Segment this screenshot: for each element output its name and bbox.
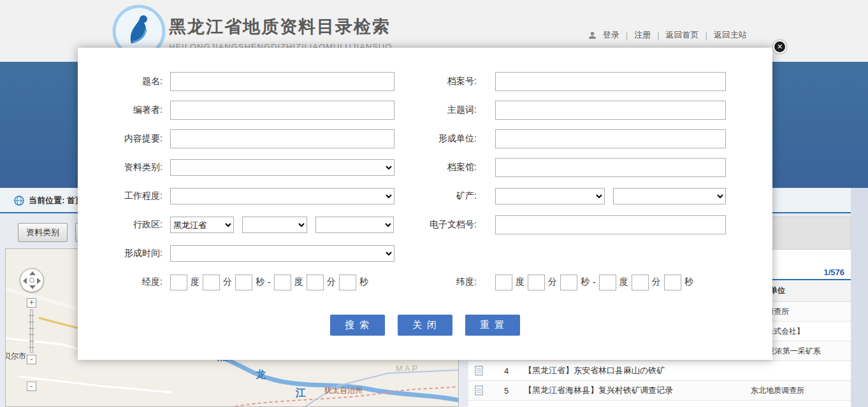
sec-unit: 秒: [256, 276, 264, 288]
back-main-link[interactable]: 返回主站: [714, 29, 747, 41]
row-number: 4: [489, 366, 524, 376]
sec-unit: 秒: [359, 276, 368, 288]
lat-deg-to-input[interactable]: [599, 275, 616, 290]
forming-unit-input[interactable]: [495, 129, 726, 148]
mineral-select-2[interactable]: [613, 188, 726, 204]
summary-label: 内容提要:: [78, 133, 170, 145]
author-label: 编著者:: [78, 104, 170, 116]
lat-min-from-input[interactable]: [528, 275, 545, 290]
title-label: 题名:: [78, 76, 170, 87]
archive-label: 档案馆:: [394, 162, 495, 173]
advanced-search-dialog: 题名: 档案号: 编著者: 主题词: 内容提要: 形成单位: 资料类别: 档案馆…: [78, 48, 772, 360]
back-home-link[interactable]: 返回首页: [666, 29, 699, 41]
longitude-label: 经度:: [78, 276, 170, 288]
lat-sec-from-input[interactable]: [560, 275, 577, 290]
reset-button[interactable]: 重 置: [465, 315, 520, 336]
lat-min-to-input[interactable]: [632, 275, 649, 290]
breadcrumb-label: 当前位置: 首页: [29, 195, 83, 206]
lon-min-to-input[interactable]: [307, 275, 324, 290]
row-title: 【黑龙江省海林县】复兴村铁矿调查记录: [524, 385, 704, 396]
lon-min-from-input[interactable]: [203, 275, 220, 290]
category-select[interactable]: [170, 159, 394, 176]
category-label: 资料类别:: [78, 162, 170, 173]
forming-unit-label: 形成单位:: [394, 133, 495, 145]
city-select[interactable]: [242, 217, 307, 233]
latitude-label: 纬度:: [394, 276, 495, 288]
pan-right-icon[interactable]: [37, 278, 41, 284]
work-degree-select[interactable]: [170, 188, 394, 204]
right-margin-strip: [851, 188, 868, 407]
table-row[interactable]: 5 【黑龙江省海林县】复兴村铁矿调查记录 东北地质调查所: [468, 381, 851, 401]
latitude-inputs: 度 分 秒 - 度 分 秒: [495, 275, 726, 290]
map-watermark: MAP: [396, 364, 419, 373]
lon-deg-from-input[interactable]: [170, 275, 187, 290]
tab-data-category[interactable]: 资料类别: [18, 223, 68, 242]
pan-left-icon[interactable]: [23, 278, 27, 284]
subject-label: 主题词:: [394, 104, 495, 116]
sec-unit: 秒: [684, 276, 693, 288]
deg-unit: 度: [191, 276, 199, 288]
deg-unit: 度: [619, 276, 628, 288]
close-button[interactable]: 关 闭: [398, 315, 452, 336]
zoom-out-button-2[interactable]: -: [27, 382, 36, 391]
subject-input[interactable]: [495, 101, 726, 120]
row-unit: 东北地质调查所: [704, 385, 851, 396]
mineral-select-1[interactable]: [495, 188, 605, 204]
title-input[interactable]: [170, 72, 394, 91]
form-time-select[interactable]: [170, 245, 394, 262]
archive-input[interactable]: [495, 158, 726, 177]
author-input[interactable]: [170, 101, 394, 120]
province-select[interactable]: 黑龙江省: [170, 217, 234, 233]
min-unit: 分: [223, 276, 232, 288]
deg-unit: 度: [294, 276, 303, 288]
min-unit: 分: [327, 276, 336, 288]
min-unit: 分: [548, 276, 557, 288]
lon-deg-to-input[interactable]: [274, 275, 291, 290]
edoc-no-input[interactable]: [495, 215, 726, 234]
nav-divider: |: [705, 31, 707, 40]
document-icon: [475, 385, 483, 396]
dialog-actions: 搜 索 关 闭 重 置: [78, 315, 772, 336]
search-form: 题名: 档案号: 编著者: 主题词: 内容提要: 形成单位: 资料类别: 档案馆…: [78, 48, 772, 292]
lon-sec-from-input[interactable]: [235, 275, 252, 290]
zoom-slider[interactable]: [30, 310, 33, 353]
edoc-no-label: 电子文档号:: [394, 219, 495, 231]
breadcrumb: 当前位置: 首页: [14, 195, 83, 206]
register-link[interactable]: 注册: [634, 29, 651, 41]
mineral-label: 矿产:: [394, 190, 495, 202]
pan-down-icon[interactable]: [29, 285, 36, 289]
map-city-label: 贝尔市: [5, 351, 26, 362]
pan-up-icon[interactable]: [29, 271, 36, 275]
work-degree-label: 工作程度:: [78, 190, 170, 202]
document-icon: [475, 366, 483, 376]
globe-icon: [14, 196, 24, 206]
zoom-in-button[interactable]: +: [27, 298, 36, 308]
nav-divider: |: [626, 31, 628, 40]
deg-unit: 度: [516, 276, 524, 288]
close-icon[interactable]: ✕: [773, 40, 786, 54]
summary-input[interactable]: [170, 129, 394, 148]
longitude-inputs: 度 分 秒 - 度 分 秒: [170, 275, 394, 290]
nav-divider: |: [657, 31, 659, 40]
header-nav: 登录 | 注册 | 返回首页 | 返回主站: [588, 29, 747, 41]
county-select[interactable]: [315, 217, 394, 233]
form-time-label: 形成时间:: [78, 248, 170, 259]
map-region-label: 犹太自治州: [324, 386, 363, 395]
table-row[interactable]: 4 【黑龙江省】东安省林口县麻山の铁矿: [468, 361, 851, 381]
sec-unit: 秒: [581, 276, 590, 288]
lon-sec-to-input[interactable]: [339, 275, 356, 290]
pan-center-icon[interactable]: [29, 278, 34, 283]
site-title: 黑龙江省地质资料目录检索: [169, 15, 391, 38]
row-title: 【黑龙江省】东安省林口县麻山の铁矿: [524, 365, 704, 376]
range-dash: -: [268, 277, 271, 287]
zoom-out-button[interactable]: -: [27, 355, 36, 364]
archive-no-input[interactable]: [495, 72, 726, 91]
range-dash: -: [593, 277, 596, 287]
search-button[interactable]: 搜 索: [330, 315, 385, 336]
map-pan-control[interactable]: [20, 268, 44, 292]
user-icon: [588, 31, 597, 39]
lat-sec-to-input[interactable]: [664, 275, 681, 290]
map-river-char-2: 龙: [255, 369, 266, 380]
lat-deg-from-input[interactable]: [495, 275, 512, 290]
login-link[interactable]: 登录: [603, 29, 619, 41]
